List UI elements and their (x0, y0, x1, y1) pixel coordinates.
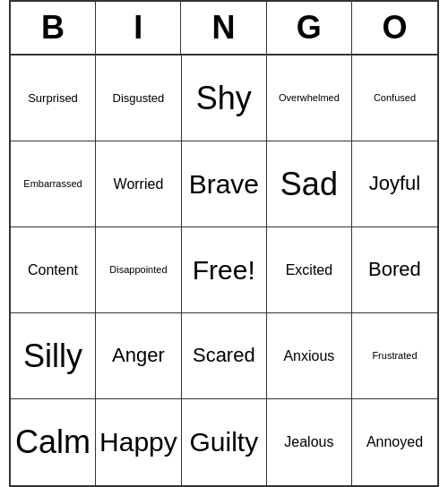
bingo-cell-r1-c2[interactable]: Brave (182, 141, 267, 227)
header-letter-n: N (181, 2, 266, 54)
bingo-cell-r1-c0[interactable]: Embarrassed (11, 141, 96, 227)
bingo-cell-r1-c3[interactable]: Sad (267, 141, 352, 227)
header-letter-g: G (267, 2, 352, 54)
bingo-cell-r2-c3[interactable]: Excited (267, 227, 352, 313)
bingo-cell-r3-c4[interactable]: Frustrated (352, 313, 437, 399)
bingo-cell-r0-c3[interactable]: Overwhelmed (267, 56, 352, 141)
bingo-header: BINGO (11, 2, 437, 56)
bingo-cell-r0-c0[interactable]: Surprised (11, 56, 96, 141)
bingo-cell-r4-c2[interactable]: Guilty (182, 399, 267, 485)
header-letter-o: O (352, 2, 437, 54)
bingo-cell-r2-c0[interactable]: Content (11, 227, 96, 313)
bingo-cell-r4-c3[interactable]: Jealous (267, 399, 352, 485)
bingo-cell-r4-c0[interactable]: Calm (11, 399, 96, 485)
bingo-cell-r3-c0[interactable]: Silly (11, 313, 96, 399)
bingo-cell-r3-c3[interactable]: Anxious (267, 313, 352, 399)
bingo-cell-r4-c1[interactable]: Happy (96, 399, 182, 485)
bingo-cell-r2-c2[interactable]: Free! (182, 227, 267, 313)
bingo-cell-r3-c2[interactable]: Scared (182, 313, 267, 399)
bingo-card: BINGO SurprisedDisgustedShyOverwhelmedCo… (9, 0, 439, 487)
bingo-cell-r3-c1[interactable]: Anger (96, 313, 182, 399)
bingo-grid: SurprisedDisgustedShyOverwhelmedConfused… (11, 56, 437, 485)
header-letter-b: B (11, 2, 96, 54)
bingo-cell-r1-c4[interactable]: Joyful (352, 141, 437, 227)
bingo-cell-r0-c2[interactable]: Shy (182, 56, 267, 141)
bingo-cell-r0-c4[interactable]: Confused (352, 56, 437, 141)
bingo-cell-r2-c4[interactable]: Bored (352, 227, 437, 313)
bingo-cell-r2-c1[interactable]: Disappointed (96, 227, 182, 313)
bingo-cell-r0-c1[interactable]: Disgusted (96, 56, 182, 141)
header-letter-i: I (96, 2, 181, 54)
bingo-cell-r1-c1[interactable]: Worried (96, 141, 182, 227)
bingo-cell-r4-c4[interactable]: Annoyed (352, 399, 437, 485)
